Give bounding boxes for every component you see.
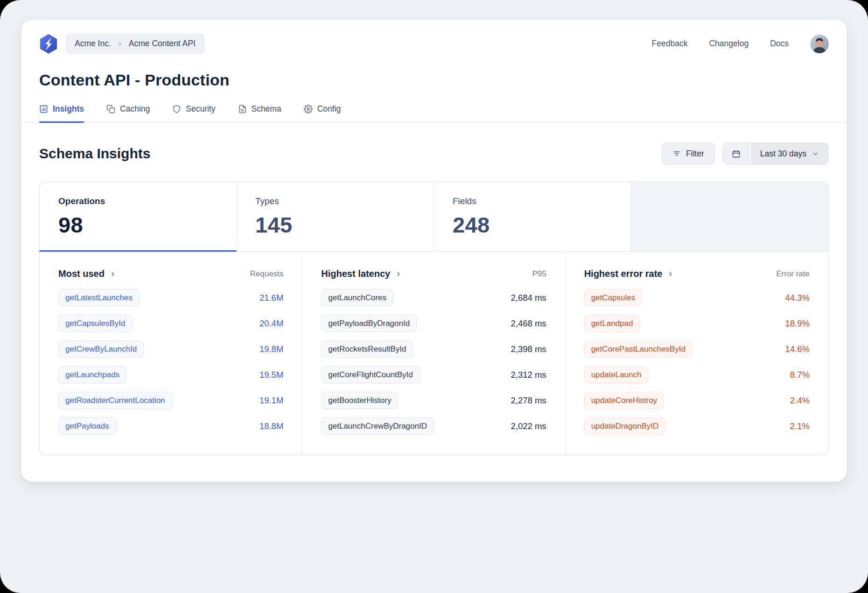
calendar-button[interactable] xyxy=(723,143,750,164)
operation-pill[interactable]: updateDragonByID xyxy=(584,417,666,435)
column-metric-label: Requests xyxy=(250,269,283,279)
table-row: getLaunchCrewByDragonID 2,022 ms xyxy=(321,413,546,439)
breadcrumb-org[interactable]: Acme Inc. xyxy=(75,39,111,49)
tab-label: Insights xyxy=(53,104,84,114)
header-links: Feedback Changelog Docs xyxy=(652,35,829,53)
document-icon xyxy=(238,105,247,113)
operation-pill[interactable]: getCapsules xyxy=(584,289,643,306)
operation-pill[interactable]: getRoadsterCurrentLocation xyxy=(58,392,172,409)
tab-config[interactable]: Config xyxy=(304,104,341,122)
operation-pill[interactable]: getPayloadByDragonId xyxy=(321,315,417,332)
column-title: Highest latency xyxy=(321,268,390,279)
operation-pill[interactable]: getCoreFlightCountById xyxy=(321,366,420,383)
operation-pill[interactable]: getCorePastLaunchesById xyxy=(584,340,693,358)
operation-value: 20.4M xyxy=(259,318,283,329)
stat-value: 145 xyxy=(255,212,434,238)
highest-error-rate-column: Highest error rate Error rate getCapsule… xyxy=(566,252,828,455)
table-row: getCapsulesById 20.4M xyxy=(58,311,283,336)
docs-link[interactable]: Docs xyxy=(770,39,789,49)
date-range-button[interactable]: Last 30 days xyxy=(750,143,828,164)
filter-button[interactable]: Filter xyxy=(662,142,715,165)
operation-pill[interactable]: getRocketsResultById xyxy=(321,340,413,358)
breadcrumb-project[interactable]: Acme Content API xyxy=(129,39,196,49)
operation-pill[interactable]: getBoosterHistory xyxy=(321,392,398,409)
tab-bar: Insights Caching Security xyxy=(21,104,847,123)
stat-operations[interactable]: Operations 98 xyxy=(39,182,237,252)
operation-value: 14.6% xyxy=(785,344,809,354)
stat-types[interactable]: Types 145 xyxy=(237,182,434,252)
highest-latency-header-link[interactable]: Highest latency xyxy=(321,268,402,279)
stats-row: Operations 98 Types 145 Fields 248 xyxy=(39,182,829,252)
table-row: getRoadsterCurrentLocation 19.1M xyxy=(58,388,283,413)
table-row: getBoosterHistory 2,278 ms xyxy=(321,388,546,413)
breadcrumb: Acme Inc. Acme Content API xyxy=(65,33,205,54)
column-metric-label: Error rate xyxy=(776,269,810,279)
operation-pill[interactable]: updateLaunch xyxy=(584,366,649,383)
operation-pill[interactable]: getCapsulesById xyxy=(58,315,133,332)
stat-empty-cell xyxy=(631,182,829,252)
tab-insights[interactable]: Insights xyxy=(39,104,84,122)
operation-pill[interactable]: getLaunchCrewByDragonID xyxy=(321,417,434,435)
operation-pill[interactable]: getPayloads xyxy=(58,417,116,435)
chevron-right-icon xyxy=(110,271,116,277)
operation-value: 2,022 ms xyxy=(511,421,546,431)
chevron-down-icon xyxy=(812,150,819,157)
chevron-right-icon xyxy=(117,41,123,47)
operation-list: getLatestLaunches 21.6M getCapsulesById … xyxy=(58,285,283,439)
stat-fields[interactable]: Fields 248 xyxy=(434,182,631,252)
operation-value: 18.8M xyxy=(259,421,283,431)
table-row: updateDragonByID 2.1% xyxy=(584,413,810,439)
changelog-link[interactable]: Changelog xyxy=(709,39,749,49)
stat-value: 98 xyxy=(58,212,236,238)
table-row: getLandpad 18.9% xyxy=(584,311,810,336)
operation-value: 44.3% xyxy=(785,293,809,303)
operation-pill[interactable]: getLaunchpads xyxy=(58,366,126,383)
app-frame: Acme Inc. Acme Content API Feedback Chan… xyxy=(0,0,868,593)
operation-pill[interactable]: getLatestLaunches xyxy=(58,289,140,306)
header: Acme Inc. Acme Content API Feedback Chan… xyxy=(21,20,847,54)
chevron-right-icon xyxy=(395,271,402,277)
table-row: getPayloadByDragonId 2,468 ms xyxy=(321,311,546,336)
operation-value: 2,398 ms xyxy=(511,344,546,354)
table-row: getPayloads 18.8M xyxy=(58,413,283,439)
operation-value: 19.5M xyxy=(259,370,283,380)
table-row: getCoreFlightCountById 2,312 ms xyxy=(321,362,546,388)
table-row: getLaunchCores 2,684 ms xyxy=(321,285,546,311)
table-row: getRocketsResultById 2,398 ms xyxy=(321,336,546,362)
operation-value: 2.4% xyxy=(790,395,810,406)
highest-error-rate-header-link[interactable]: Highest error rate xyxy=(584,268,674,279)
chevron-right-icon xyxy=(667,271,674,277)
highest-latency-column: Highest latency P95 getLaunchCores 2,684… xyxy=(302,252,565,455)
operation-pill[interactable]: getLandpad xyxy=(584,315,640,332)
section-title: Schema Insights xyxy=(39,146,150,162)
stat-label: Fields xyxy=(453,196,631,206)
tab-schema[interactable]: Schema xyxy=(238,104,281,122)
operation-pill[interactable]: getCrewByLaunchId xyxy=(58,340,144,358)
avatar[interactable] xyxy=(810,35,829,53)
bar-chart-icon xyxy=(39,105,48,113)
insights-panel: Most used Requests getLatestLaunches 21.… xyxy=(39,252,829,455)
most-used-column: Most used Requests getLatestLaunches 21.… xyxy=(40,252,302,455)
main-card: Acme Inc. Acme Content API Feedback Chan… xyxy=(21,20,847,482)
filter-label: Filter xyxy=(686,149,704,159)
operation-value: 2,468 ms xyxy=(511,318,546,329)
tab-label: Security xyxy=(186,104,215,114)
operation-pill[interactable]: updateCoreHistroy xyxy=(584,392,665,409)
tab-label: Schema xyxy=(252,104,281,114)
tab-security[interactable]: Security xyxy=(172,104,215,122)
section-controls: Filter Last 30 days xyxy=(662,142,829,165)
most-used-header-link[interactable]: Most used xyxy=(58,268,116,279)
feedback-link[interactable]: Feedback xyxy=(652,39,688,49)
gear-icon xyxy=(304,105,313,113)
operation-pill[interactable]: getLaunchCores xyxy=(321,289,393,306)
calendar-icon xyxy=(732,149,741,158)
filter-lines-icon xyxy=(672,149,681,158)
brand-logo-icon[interactable] xyxy=(39,34,58,54)
tab-caching[interactable]: Caching xyxy=(106,104,150,122)
column-title: Highest error rate xyxy=(584,268,663,279)
table-row: getCorePastLaunchesById 14.6% xyxy=(584,336,810,362)
column-title: Most used xyxy=(58,268,105,279)
operation-value: 2,312 ms xyxy=(511,370,546,380)
shield-icon xyxy=(172,105,181,113)
table-row: updateLaunch 8.7% xyxy=(584,362,810,388)
